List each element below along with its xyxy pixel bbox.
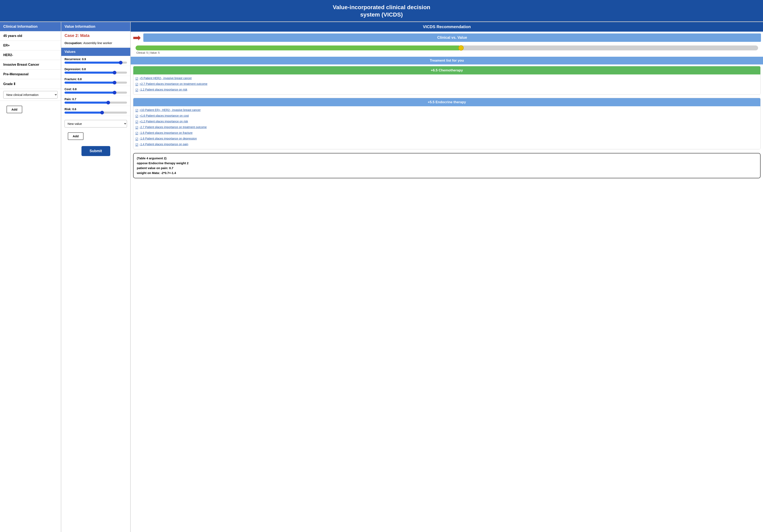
- chemotherapy-header: +6.5 Chemotherapy: [133, 66, 760, 74]
- clinical-item-age: 45 years old: [0, 31, 61, 41]
- clinical-item-her2: HER2-: [0, 50, 61, 60]
- endo-item-text-0: +10 Patient ER+, HER2-, invasive breast …: [140, 108, 201, 112]
- occupation-row: Occupation: Assembly line worker: [61, 39, 130, 47]
- endo-item-text-4: -1.6 Patient places importance on fractu…: [140, 131, 192, 134]
- chemo-item-2[interactable]: ☑-1.2 Patient places importance on risk: [133, 87, 760, 93]
- slider-thumb-3[interactable]: [113, 91, 116, 94]
- app-title-line1: Value-incorporated clinical decision: [333, 4, 430, 10]
- clinical-item-invasive: Invasive Breast Cancer: [0, 60, 61, 69]
- app-header: Value-incorporated clinical decision sys…: [0, 0, 763, 21]
- new-clinical-select[interactable]: New clinical information: [3, 91, 57, 99]
- callout-line1: (Table 4 argument 2): [137, 156, 757, 161]
- value-add-button[interactable]: Add: [68, 133, 83, 140]
- slider-label-4: Pain: 0.7: [64, 98, 127, 101]
- slider-row-3: Cost: 0.8: [61, 86, 130, 96]
- occupation-label: Occupation:: [64, 41, 83, 45]
- gauge-track: [136, 45, 758, 50]
- gauge-dot: [458, 45, 464, 50]
- cv-header: Clinical vs. Value: [143, 34, 761, 42]
- slider-thumb-0[interactable]: [119, 61, 123, 64]
- slider-label-1: Depression: 0.8: [64, 67, 127, 71]
- slider-track-4[interactable]: [64, 102, 127, 104]
- slider-row-4: Pain: 0.7: [61, 96, 130, 106]
- gauge-label: Clinical: 5 | Value: 5: [136, 51, 758, 54]
- arrow-icon: ➡: [133, 33, 141, 43]
- new-value-select[interactable]: New value: [64, 120, 127, 128]
- case-label: Case 2: Mata: [61, 31, 130, 39]
- submit-button[interactable]: Submit: [81, 146, 110, 156]
- chemotherapy-items: ☑+5 Patient HER2-, invasive breast cance…: [133, 74, 760, 94]
- callout-line4: weight on Mata: -2*0.7=-1.4: [137, 171, 757, 175]
- endocrine-items: ☑+10 Patient ER+, HER2-, invasive breast…: [133, 106, 760, 149]
- callout-box: (Table 4 argument 2) oppose Endocrine th…: [133, 153, 761, 178]
- endocrine-item-2[interactable]: ☑+1.2 Patient places importance on risk: [133, 119, 760, 125]
- clinical-info-header: Clinical Information: [0, 22, 61, 31]
- clinical-item-premenopause: Pre-Menopausal: [0, 69, 61, 79]
- endo-checkbox-5[interactable]: ☑: [135, 137, 138, 141]
- endocrine-item-6[interactable]: ☑-1.4 Patient places importance on pain: [133, 142, 760, 147]
- endo-item-text-2: +1.2 Patient places importance on risk: [140, 120, 188, 123]
- chemo-item-1[interactable]: ☑+2.7 Patient places importance on treat…: [133, 81, 760, 87]
- slider-track-2[interactable]: [64, 82, 127, 84]
- treatment-section-header: Treament list for you: [131, 57, 763, 64]
- callout-line3: patient value on pain: 0.7: [137, 166, 757, 171]
- endo-item-text-3: -2.7 Patient places importance on treatm…: [140, 126, 207, 129]
- vicds-recommendation-header: VICDS Recommendation: [131, 22, 763, 32]
- slider-track-1[interactable]: [64, 72, 127, 74]
- slider-track-0[interactable]: [64, 62, 127, 64]
- main-layout: Clinical Information 45 years old ER+ HE…: [0, 21, 763, 532]
- endocrine-item-3[interactable]: ☑-2.7 Patient places importance on treat…: [133, 125, 760, 131]
- values-header: Values: [61, 48, 130, 56]
- endo-checkbox-6[interactable]: ☑: [135, 143, 138, 147]
- sliders-container: Recurrence: 0.9Depression: 0.8Fracture: …: [61, 56, 130, 116]
- endo-item-text-1: +1.6 Patient places importance on cost: [140, 114, 189, 117]
- endo-checkbox-0[interactable]: ☑: [135, 109, 138, 112]
- endo-checkbox-1[interactable]: ☑: [135, 114, 138, 118]
- chemo-item-text-1: +2.7 Patient places importance on treatm…: [140, 82, 207, 85]
- slider-label-0: Recurrence: 0.9: [64, 57, 127, 61]
- endo-checkbox-4[interactable]: ☑: [135, 132, 138, 135]
- slider-fill-4: [64, 102, 108, 104]
- slider-row-5: Risk: 0.6: [61, 106, 130, 116]
- slider-fill-0: [64, 62, 121, 64]
- slider-label-3: Cost: 0.8: [64, 88, 127, 91]
- callout-line2: oppose Endocrine therapy weight 2: [137, 161, 757, 166]
- slider-fill-1: [64, 72, 115, 74]
- endocrine-item-5[interactable]: ☑-1.6 Patient places importance on depre…: [133, 136, 760, 142]
- new-clinical-dropdown-row: New clinical information: [0, 89, 61, 101]
- chemo-item-0[interactable]: ☑+5 Patient HER2-, invasive breast cance…: [133, 76, 760, 81]
- slider-track-5[interactable]: [64, 112, 127, 114]
- slider-fill-3: [64, 92, 115, 94]
- endo-item-text-6: -1.4 Patient places importance on pain: [140, 142, 188, 146]
- clinical-add-button-row: Add: [0, 101, 61, 118]
- chemo-checkbox-2[interactable]: ☑: [135, 88, 138, 92]
- chemo-item-text-2: -1.2 Patient places importance on risk: [140, 88, 187, 91]
- slider-row-2: Fracture: 0.8: [61, 76, 130, 86]
- value-add-button-row: Add: [64, 130, 127, 143]
- middle-bottom: New value Add Submit: [61, 116, 130, 158]
- endocrine-header: +5.5 Endocrine therapy: [133, 98, 760, 106]
- slider-label-2: Fracture: 0.8: [64, 77, 127, 81]
- slider-track-3[interactable]: [64, 92, 127, 94]
- occupation-value: Assembly line worker: [83, 41, 112, 45]
- endocrine-item-0[interactable]: ☑+10 Patient ER+, HER2-, invasive breast…: [133, 108, 760, 113]
- left-panel: Clinical Information 45 years old ER+ HE…: [0, 22, 61, 532]
- chemo-checkbox-1[interactable]: ☑: [135, 82, 138, 86]
- gauge-row: Clinical: 5 | Value: 5: [131, 43, 763, 55]
- slider-fill-5: [64, 112, 102, 114]
- clinical-add-button[interactable]: Add: [7, 106, 22, 113]
- slider-thumb-5[interactable]: [100, 111, 104, 115]
- right-panel: VICDS Recommendation ➡ Clinical vs. Valu…: [131, 22, 763, 532]
- endo-checkbox-3[interactable]: ☑: [135, 126, 138, 130]
- slider-thumb-1[interactable]: [113, 71, 116, 74]
- clinical-item-er: ER+: [0, 41, 61, 50]
- slider-thumb-4[interactable]: [106, 101, 110, 105]
- endo-checkbox-2[interactable]: ☑: [135, 120, 138, 124]
- clinical-item-grade: Grade Ⅱ: [0, 79, 61, 89]
- slider-thumb-2[interactable]: [113, 81, 116, 84]
- chemotherapy-card: +6.5 Chemotherapy ☑+5 Patient HER2-, inv…: [133, 66, 761, 95]
- endocrine-item-1[interactable]: ☑+1.6 Patient places importance on cost: [133, 113, 760, 119]
- endocrine-item-4[interactable]: ☑-1.6 Patient places importance on fract…: [133, 131, 760, 136]
- slider-row-0: Recurrence: 0.9: [61, 56, 130, 66]
- chemo-checkbox-0[interactable]: ☑: [135, 77, 138, 81]
